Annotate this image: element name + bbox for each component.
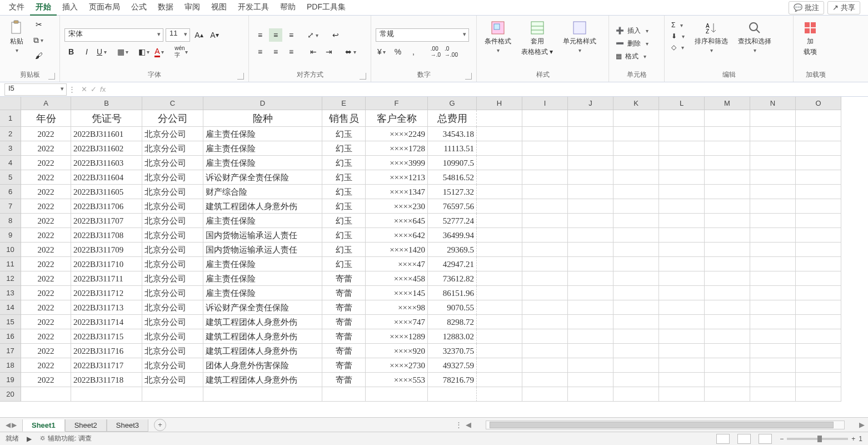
cell-N18[interactable] [750,358,796,373]
cell-K7[interactable] [613,199,659,214]
cell-K10[interactable] [613,243,659,257]
cell-L11[interactable] [659,257,705,271]
cell-L10[interactable] [659,243,705,257]
cell-C13[interactable]: 北京分公司 [142,286,203,300]
decrease-indent-button[interactable]: ⇤ [307,45,320,58]
cell-L3[interactable] [659,141,705,156]
cell-G17[interactable]: 32370.75 [428,344,477,358]
cell-N11[interactable] [750,257,796,271]
decrease-decimal-button[interactable]: .0→.00 [445,45,458,58]
cell-A2[interactable]: 2022 [21,127,71,141]
zoom-slider[interactable] [787,438,848,440]
cell-E6[interactable]: 幻玉 [322,185,366,199]
menu-数据[interactable]: 数据 [152,0,179,16]
cell-N20[interactable] [750,387,796,402]
cell-E11[interactable]: 幻玉 [322,257,366,271]
cell-H7[interactable] [477,199,522,214]
cell-E2[interactable]: 幻玉 [322,127,366,141]
cell-D20[interactable] [203,387,322,402]
cell-F13[interactable]: ××××145 [366,286,428,300]
cell-H10[interactable] [477,243,522,257]
cell-E18[interactable]: 寄蕾 [322,358,366,373]
cell-N8[interactable] [750,214,796,228]
cell-I18[interactable] [522,358,568,373]
cell-O2[interactable] [796,127,841,141]
cell-H2[interactable] [477,127,522,141]
align-right-button[interactable]: ≡ [285,45,298,58]
cell-B13[interactable]: 2022BJ311712 [71,286,142,300]
cell-E16[interactable]: 寄蕾 [322,329,366,344]
cell-H19[interactable] [477,373,522,387]
cell-C3[interactable]: 北京分公司 [142,141,203,156]
cell-F19[interactable]: ××××553 [366,373,428,387]
a11y-status[interactable]: ⛭ 辅助功能: 调查 [39,434,92,443]
cell-L6[interactable] [659,185,705,199]
cell-A3[interactable]: 2022 [21,141,71,156]
cell-G18[interactable]: 49327.59 [428,358,477,373]
cell-H13[interactable] [477,286,522,300]
find-select-button[interactable]: 查找和选择▾ [735,18,775,56]
delete-cells-button[interactable]: ➖删除▾ [613,38,652,50]
menu-页面布局[interactable]: 页面布局 [83,0,126,16]
cell-F3[interactable]: ××××1728 [366,141,428,156]
cell-I15[interactable] [522,315,568,329]
cell-C8[interactable]: 北京分公司 [142,214,203,228]
cell-K17[interactable] [613,344,659,358]
row-header-17[interactable]: 17 [0,344,21,358]
cell-E20[interactable] [322,387,366,402]
cell-J16[interactable] [568,329,613,344]
cell-G19[interactable]: 78216.79 [428,373,477,387]
cell-L13[interactable] [659,286,705,300]
formula-input[interactable] [110,83,868,96]
cell-F17[interactable]: ××××920 [366,344,428,358]
cell-J9[interactable] [568,228,613,243]
cell-D8[interactable]: 雇主责任保险 [203,214,322,228]
cell-G8[interactable]: 52777.24 [428,214,477,228]
cell-G10[interactable]: 29369.5 [428,243,477,257]
cell-C7[interactable]: 北京分公司 [142,199,203,214]
cut-button[interactable]: ✂ [32,18,46,31]
cell-G5[interactable]: 54816.52 [428,170,477,185]
cell-M3[interactable] [705,141,750,156]
cell-K4[interactable] [613,156,659,170]
cell-L2[interactable] [659,127,705,141]
cell-L14[interactable] [659,300,705,315]
cell-F9[interactable]: ××××642 [366,228,428,243]
cell-L12[interactable] [659,271,705,286]
cell-K20[interactable] [613,387,659,402]
cell-N3[interactable] [750,141,796,156]
cell-B16[interactable]: 2022BJ311715 [71,329,142,344]
row-header-9[interactable]: 9 [0,228,21,243]
clipboard-launcher[interactable] [48,73,55,80]
cell-N15[interactable] [750,315,796,329]
cell-N4[interactable] [750,156,796,170]
cell-A17[interactable]: 2022 [21,344,71,358]
cell-K14[interactable] [613,300,659,315]
cell-J3[interactable] [568,141,613,156]
menu-文件[interactable]: 文件 [3,0,30,16]
cell-C17[interactable]: 北京分公司 [142,344,203,358]
cell-L1[interactable] [659,110,705,127]
cell-I12[interactable] [522,271,568,286]
cell-C16[interactable]: 北京分公司 [142,329,203,344]
cell-F20[interactable] [366,387,428,402]
cell-D13[interactable]: 雇主责任保险 [203,286,322,300]
zoom-out-button[interactable]: − [780,435,784,443]
macro-icon[interactable]: ▶ [27,435,32,443]
cell-I7[interactable] [522,199,568,214]
cell-O18[interactable] [796,358,841,373]
row-header-1[interactable]: 1 [0,110,21,127]
cell-J13[interactable] [568,286,613,300]
cell-A13[interactable]: 2022 [21,286,71,300]
hscroll-left[interactable]: ◀ [462,421,475,429]
increase-indent-button[interactable]: ⇥ [322,45,336,58]
cell-E19[interactable]: 寄蕾 [322,373,366,387]
cell-D14[interactable]: 诉讼财产保全责任保险 [203,300,322,315]
sheet-tab-Sheet3[interactable]: Sheet3 [107,419,148,432]
cell-style-button[interactable]: 单元格样式▾ [560,18,600,56]
currency-button[interactable]: ¥▾ [376,45,389,58]
cell-D5[interactable]: 诉讼财产保全责任保险 [203,170,322,185]
number-format-select[interactable]: 常规 [376,28,469,42]
clear-button[interactable]: ◇▾ [669,42,688,52]
cell-B7[interactable]: 2022BJ311706 [71,199,142,214]
